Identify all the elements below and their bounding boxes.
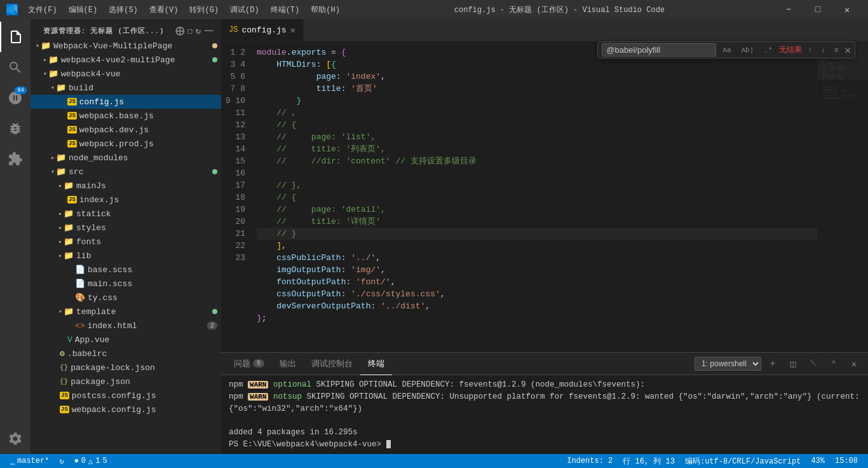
code-editor[interactable]: module.exports = { HTMLDirs: [{ page: 'i…	[252, 41, 817, 352]
tree-item-styles[interactable]: ▸📁styles	[31, 221, 221, 235]
panel-maximize-button[interactable]: ⌃	[825, 355, 843, 373]
menu-bar[interactable]: 文件(F) 编辑(E) 选择(S) 查看(V) 转到(G) 调试(D) 终端(T…	[23, 3, 345, 17]
menu-select[interactable]: 选择(S)	[104, 3, 143, 17]
tree-item-ty-css[interactable]: 🎨ty.css	[31, 291, 221, 305]
tree-item-config-js[interactable]: JSconfig.js	[31, 95, 221, 109]
kill-terminal-button[interactable]: ␡	[804, 355, 822, 373]
tree-item-base-scss[interactable]: 📄base.scss	[31, 263, 221, 277]
menu-edit[interactable]: 编辑(E)	[64, 3, 103, 17]
activity-debug[interactable]	[0, 113, 31, 144]
activity-extensions[interactable]	[0, 144, 31, 174]
folder-icon: 📁	[48, 55, 58, 65]
folder-icon: 📁	[64, 223, 74, 233]
match-case-button[interactable]: Aa	[719, 45, 735, 56]
tab-terminal[interactable]: 终端	[360, 353, 392, 375]
new-terminal-button[interactable]: +	[764, 355, 782, 373]
new-file-icon[interactable]: ⨁	[175, 25, 185, 36]
code-line-20: fontOutputPath: 'font/',	[257, 276, 817, 288]
find-more-options-button[interactable]: ≡	[831, 45, 843, 56]
sync-icon: ↻	[59, 457, 64, 466]
file-type-icon: JS	[67, 196, 77, 203]
minimize-button[interactable]: −	[774, 0, 803, 19]
warning-icon: △	[88, 457, 93, 466]
tab-config-js[interactable]: JS config.js ✕	[221, 19, 304, 41]
modified-dot	[212, 309, 217, 314]
collapse-all-icon[interactable]: ⸻	[204, 25, 214, 36]
editor-content[interactable]: 1 2 3 4 5 6 7 8 9 10 11 12 13 14 15 16 1…	[221, 41, 868, 352]
git-branch[interactable]: ⎯ master*	[5, 454, 54, 468]
tree-item-src[interactable]: ▾📁src	[31, 165, 221, 179]
tree-item-postcss-config-js[interactable]: JSpostcss.config.js	[31, 389, 221, 403]
tab-problems[interactable]: 问题 5	[226, 353, 272, 375]
tree-item-webpack-prod-js[interactable]: JSwebpack.prod.js	[31, 137, 221, 151]
tab-output[interactable]: 输出	[272, 353, 304, 375]
tree-item-node-modules[interactable]: ▸📁node_modules	[31, 151, 221, 165]
tree-item-package-lock-json[interactable]: {}package-lock.json	[31, 361, 221, 375]
sync-button[interactable]: ↻	[54, 454, 69, 468]
tree-item-label: main.scss	[88, 279, 132, 289]
tree-item-webpack-config-js[interactable]: JSwebpack.config.js	[31, 403, 221, 416]
menu-goto[interactable]: 转到(G)	[184, 3, 224, 17]
menu-view[interactable]: 查看(V)	[144, 3, 184, 17]
tab-debug-console[interactable]: 调试控制台	[304, 353, 360, 375]
tree-item--babelrc[interactable]: ⚙.babelrc	[31, 347, 221, 361]
new-folder-icon[interactable]: ◻	[187, 25, 193, 36]
maximize-button[interactable]: □	[803, 0, 832, 19]
tree-item-label: webpack.dev.js	[79, 125, 149, 135]
tree-item-mainJs[interactable]: ▸📁mainJs	[31, 179, 221, 193]
tree-item-webpack4-vue2-multiPage[interactable]: ▸📁webpack4-vue2-multiPage	[31, 53, 221, 67]
tree-item-webpack-base-js[interactable]: JSwebpack.base.js	[31, 109, 221, 123]
tree-item-webpack4-vue[interactable]: ▾📁webpack4-vue	[31, 67, 221, 81]
code-line-17: ],	[257, 240, 817, 252]
activity-settings[interactable]	[0, 423, 31, 454]
menu-file[interactable]: 文件(F)	[23, 3, 62, 17]
code-line-10: // //dir: 'content' // 支持设置多级目录	[257, 155, 817, 167]
activity-search[interactable]	[0, 52, 31, 83]
cursor-position[interactable]: 行 16, 列 13	[618, 454, 680, 468]
match-whole-word-button[interactable]: Ab|	[738, 45, 758, 56]
encoding-status[interactable]: 编码:utf-8/CRLF/JavaScript	[680, 454, 806, 468]
find-next-button[interactable]: ↓	[817, 45, 829, 56]
tree-item-main-scss[interactable]: 📄main.scss	[31, 277, 221, 291]
zoom-level[interactable]: 43%	[806, 454, 830, 468]
title-bar: 文件(F) 编辑(E) 选择(S) 查看(V) 转到(G) 调试(D) 终端(T…	[0, 0, 868, 19]
tree-item-label: webpack4-vue	[61, 69, 121, 79]
tree-item-index-html[interactable]: <>index.html2	[31, 319, 221, 333]
find-input[interactable]	[602, 43, 716, 57]
tree-item-lib[interactable]: ▸📁lib	[31, 249, 221, 263]
tree-item-statick[interactable]: ▸📁statick	[31, 207, 221, 221]
tree-item-fonts[interactable]: ▸📁fonts	[31, 235, 221, 249]
file-type-icon: V	[67, 335, 72, 345]
terminal-label: 终端	[368, 358, 384, 369]
close-button[interactable]: ✕	[832, 0, 862, 19]
use-regex-button[interactable]: .*	[760, 45, 776, 56]
panel-close-button[interactable]: ✕	[845, 355, 863, 373]
folder-icon: 📁	[41, 41, 51, 51]
menu-debug[interactable]: 调试(D)	[225, 3, 264, 17]
menu-terminal[interactable]: 终端(T)	[266, 3, 305, 17]
find-prev-button[interactable]: ↑	[804, 45, 817, 56]
activity-explorer[interactable]	[0, 22, 31, 52]
tree-item-Webpack-Vue-MultiplePage[interactable]: ▾📁Webpack-Vue-MultiplePage	[31, 39, 221, 53]
tree-item-label: src	[69, 167, 83, 177]
refresh-icon[interactable]: ↻	[196, 25, 201, 36]
tree-item-webpack-dev-js[interactable]: JSwebpack.dev.js	[31, 123, 221, 137]
find-close-button[interactable]: ✕	[844, 44, 851, 57]
tree-item-template[interactable]: ▾📁template	[31, 305, 221, 319]
code-line-9: // title: '列表页',	[257, 143, 817, 155]
activity-git[interactable]: 84	[0, 83, 31, 113]
errors-status[interactable]: ● 0 △ 1 5	[69, 454, 112, 468]
menu-help[interactable]: 帮助(H)	[306, 3, 345, 17]
warning-count: 1	[95, 457, 100, 465]
terminal-select[interactable]: 1: powershell	[695, 357, 761, 371]
split-terminal-button[interactable]: ◫	[784, 355, 802, 373]
tree-item-label: config.js	[79, 97, 124, 107]
activity-bar: 84	[0, 19, 31, 454]
tree-item-build[interactable]: ▾📁build	[31, 81, 221, 95]
tree-item-App-vue[interactable]: VApp.vue	[31, 333, 221, 347]
indentation-status[interactable]: Indents: 2	[562, 454, 618, 468]
tree-item-index-js[interactable]: JSindex.js	[31, 193, 221, 207]
tree-item-package-json[interactable]: {}package.json	[31, 375, 221, 389]
tab-close-button[interactable]: ✕	[290, 25, 295, 36]
encoding-label: 编码:utf-8/CRLF/JavaScript	[685, 456, 801, 467]
